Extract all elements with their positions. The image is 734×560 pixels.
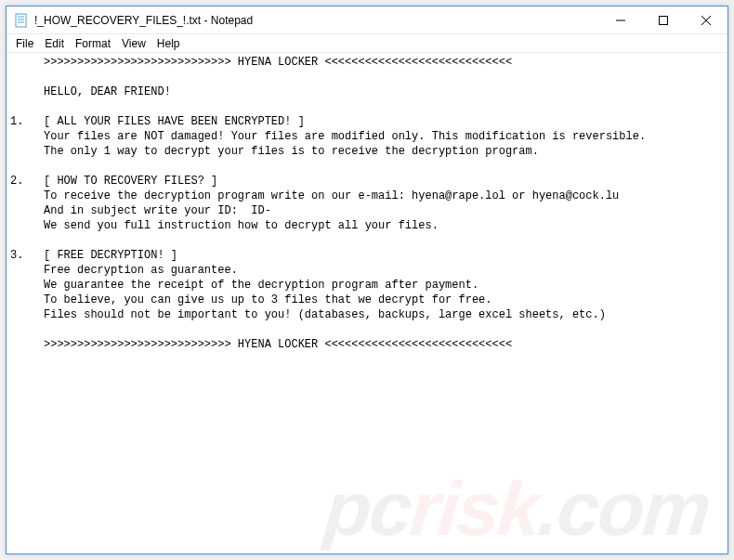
svg-rect-5: [660, 16, 668, 24]
menu-view[interactable]: View: [116, 37, 151, 50]
menu-help[interactable]: Help: [151, 37, 186, 50]
notepad-icon: [14, 13, 29, 28]
watermark: pcrisk.com: [324, 501, 709, 516]
menu-file[interactable]: File: [10, 37, 39, 50]
maximize-button[interactable]: [642, 7, 685, 33]
svg-rect-0: [16, 14, 26, 27]
text-area[interactable]: >>>>>>>>>>>>>>>>>>>>>>>>>>>> HYENA LOCKE…: [7, 53, 727, 553]
watermark-risk: risk: [407, 466, 543, 551]
menubar: File Edit Format View Help: [7, 34, 727, 53]
window-controls: [599, 7, 727, 33]
watermark-pc: pc: [321, 466, 414, 551]
titlebar[interactable]: !_HOW_RECOVERY_FILES_!.txt - Notepad: [7, 7, 727, 34]
minimize-button[interactable]: [599, 7, 642, 33]
menu-format[interactable]: Format: [70, 37, 116, 50]
window-title: !_HOW_RECOVERY_FILES_!.txt - Notepad: [34, 14, 599, 27]
watermark-com: .com: [535, 466, 713, 551]
notepad-window: !_HOW_RECOVERY_FILES_!.txt - Notepad Fil…: [6, 6, 728, 554]
close-button[interactable]: [685, 7, 727, 33]
document-body: >>>>>>>>>>>>>>>>>>>>>>>>>>>> HYENA LOCKE…: [10, 56, 646, 351]
menu-edit[interactable]: Edit: [39, 37, 70, 50]
